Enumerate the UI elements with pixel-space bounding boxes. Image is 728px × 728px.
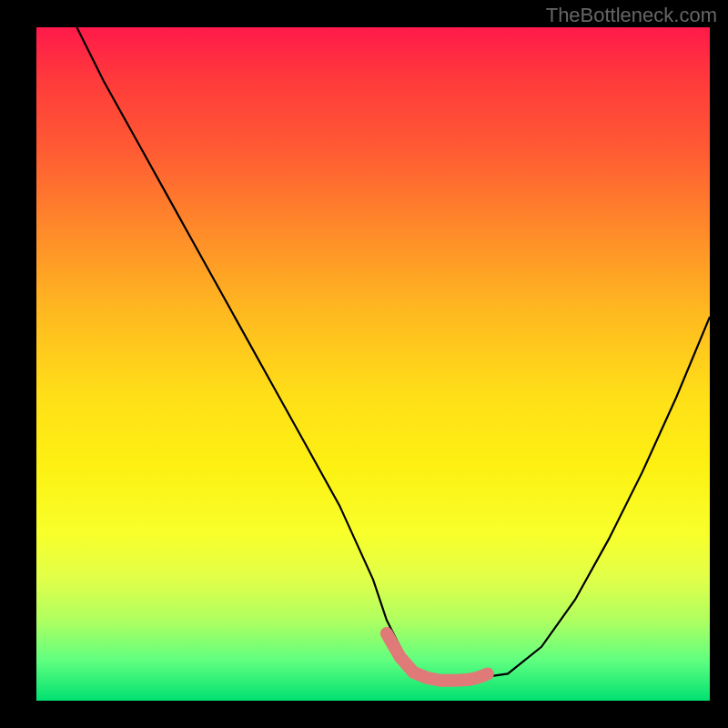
chart-svg bbox=[36, 27, 710, 701]
salmon-band-path bbox=[387, 633, 488, 681]
black-curve-path bbox=[76, 27, 710, 681]
watermark-text: TheBottleneck.com bbox=[546, 4, 717, 27]
chart-plot-area bbox=[36, 27, 710, 701]
